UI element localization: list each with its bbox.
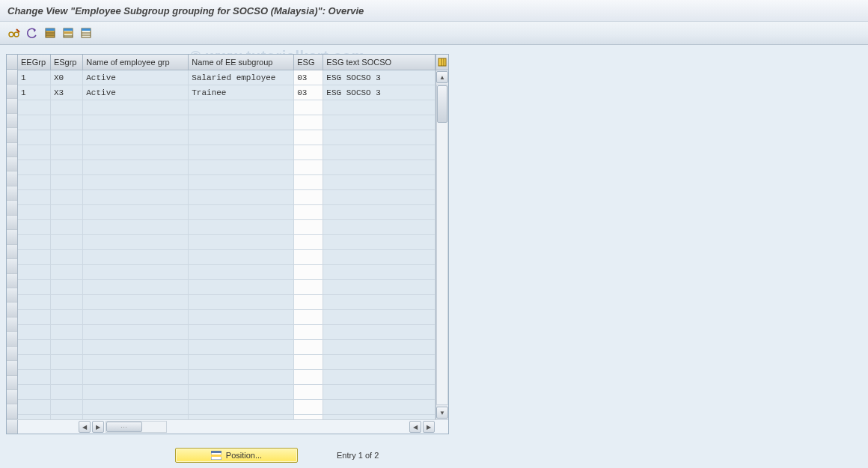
hscroll-right-step-button[interactable]: ◀	[409, 421, 421, 433]
cell-name_sub	[189, 205, 294, 220]
row-selector[interactable]	[7, 376, 17, 390]
cell-name_sub	[189, 160, 294, 175]
row-selector[interactable]	[7, 128, 17, 142]
cell-esg[interactable]	[294, 340, 323, 355]
row-selector[interactable]	[7, 216, 17, 230]
cell-esg[interactable]	[294, 190, 323, 205]
cell-eegrp	[18, 265, 50, 280]
cell-esg[interactable]	[294, 265, 323, 280]
row-selector[interactable]	[7, 245, 17, 259]
cell-esg[interactable]	[294, 295, 323, 310]
row-selector[interactable]	[7, 317, 17, 332]
hscroll-thumb[interactable]: ∙∙∙	[106, 422, 142, 432]
row-selector-header[interactable]	[7, 55, 17, 70]
undo-button[interactable]	[25, 26, 39, 40]
position-button[interactable]: Position...	[175, 448, 298, 463]
row-selector[interactable]	[7, 157, 17, 171]
cell-esg[interactable]: 03	[294, 70, 323, 85]
cell-esgrp	[50, 310, 82, 325]
cell-name_sub	[189, 325, 294, 340]
vscroll-track[interactable]	[436, 85, 448, 405]
row-selector[interactable]	[7, 85, 17, 99]
cell-name_sub	[189, 370, 294, 385]
cell-esg[interactable]	[294, 235, 323, 250]
cell-esg[interactable]: 03	[294, 85, 323, 100]
row-selector[interactable]	[7, 332, 17, 346]
cell-esg_text	[323, 250, 435, 265]
cell-esg[interactable]	[294, 220, 323, 235]
row-selector[interactable]	[7, 114, 17, 128]
column-header-esg[interactable]: ESG	[294, 55, 323, 70]
vscroll-thumb[interactable]	[437, 85, 447, 123]
cell-name_sub	[189, 235, 294, 250]
cell-esg[interactable]	[294, 400, 323, 415]
hscroll-left-step-button[interactable]: ▶	[92, 421, 104, 433]
cell-esg[interactable]	[294, 175, 323, 190]
row-selector[interactable]	[7, 347, 17, 361]
cell-esg[interactable]	[294, 145, 323, 160]
data-wrap: EEGrpESgrpName of employee grpName of EE…	[18, 55, 435, 419]
row-selector[interactable]	[7, 171, 17, 186]
row-selector[interactable]	[7, 274, 17, 288]
cell-name_grp	[83, 175, 189, 190]
scroll-up-button[interactable]: ▲	[436, 71, 448, 83]
cell-name_sub	[189, 400, 294, 415]
row-selector[interactable]	[7, 70, 17, 84]
row-selector[interactable]	[7, 230, 17, 244]
cell-esg[interactable]	[294, 250, 323, 265]
cell-esg_text	[323, 205, 435, 220]
row-selector[interactable]	[7, 186, 17, 201]
column-header-esg_text[interactable]: ESG text SOCSO	[323, 55, 435, 70]
hscroll-left-button[interactable]: ◀	[79, 421, 91, 433]
select-block-button[interactable]	[61, 26, 75, 40]
cell-esg[interactable]	[294, 415, 323, 420]
cell-esgrp	[50, 145, 82, 160]
row-selector[interactable]	[7, 201, 17, 215]
select-all-button[interactable]	[43, 26, 57, 40]
cell-esgrp	[50, 190, 82, 205]
deselect-all-button[interactable]	[79, 26, 93, 40]
row-selector[interactable]	[7, 390, 17, 404]
table-row	[18, 130, 435, 145]
row-selector[interactable]	[7, 99, 17, 113]
hscroll-track[interactable]: ∙∙∙	[106, 421, 167, 433]
hscroll-right-button[interactable]: ▶	[423, 421, 435, 433]
cell-esg_text	[323, 175, 435, 190]
table-row	[18, 145, 435, 160]
row-selector[interactable]	[7, 404, 17, 419]
scroll-down-button[interactable]: ▼	[436, 407, 448, 419]
cell-esg[interactable]	[294, 100, 323, 115]
cell-esg[interactable]	[294, 280, 323, 295]
cell-esg[interactable]	[294, 205, 323, 220]
hscroll-spacer	[7, 420, 18, 434]
cell-esgrp	[50, 265, 82, 280]
data-table: EEGrpESgrpName of employee grpName of EE…	[18, 55, 435, 419]
cell-esg[interactable]	[294, 160, 323, 175]
column-header-esgrp[interactable]: ESgrp	[50, 55, 82, 70]
cell-esg[interactable]	[294, 370, 323, 385]
table-row	[18, 190, 435, 205]
cell-eegrp	[18, 235, 50, 250]
cell-esg[interactable]	[294, 130, 323, 145]
cell-esg[interactable]	[294, 310, 323, 325]
column-header-eegrp[interactable]: EEGrp	[18, 55, 50, 70]
column-header-name_sub[interactable]: Name of EE subgroup	[189, 55, 294, 70]
table-row	[18, 235, 435, 250]
cell-esg[interactable]	[294, 115, 323, 130]
cell-name_sub	[189, 295, 294, 310]
cell-esg[interactable]	[294, 355, 323, 370]
row-selector[interactable]	[7, 259, 17, 273]
row-selector[interactable]	[7, 361, 17, 375]
cell-name_grp	[83, 385, 189, 400]
row-selector[interactable]	[7, 303, 17, 317]
svg-rect-9	[64, 28, 73, 31]
column-header-name_grp[interactable]: Name of employee grp	[83, 55, 189, 70]
configure-columns-button[interactable]	[436, 55, 448, 70]
cell-esg[interactable]	[294, 325, 323, 340]
row-selector[interactable]	[7, 143, 17, 157]
row-selector[interactable]	[7, 288, 17, 303]
toggle-change-mode-button[interactable]	[7, 26, 21, 40]
svg-rect-13	[82, 28, 91, 31]
cell-esg[interactable]	[294, 385, 323, 400]
vertical-scrollbar[interactable]: ▲ ▼	[435, 55, 448, 419]
